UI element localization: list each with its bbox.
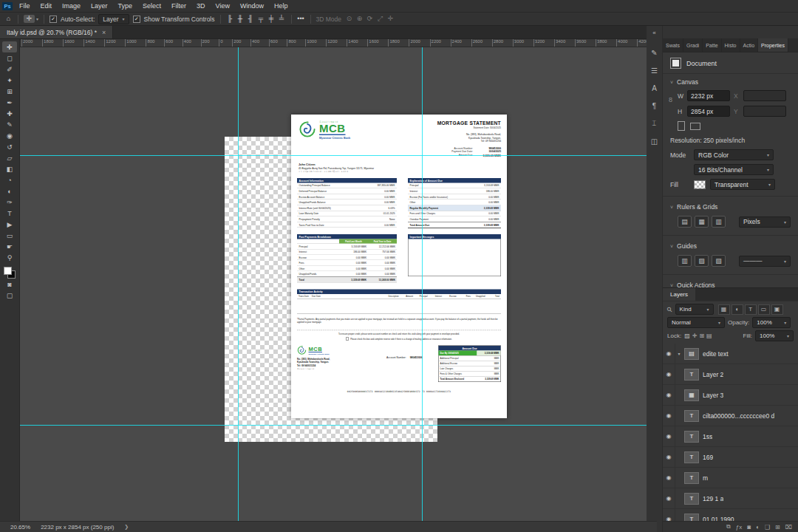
status-options-chevron-icon[interactable]: ❯ xyxy=(124,524,129,530)
layer-thumbnail[interactable]: ▦ xyxy=(684,389,699,401)
lock-icon[interactable]: ▤ xyxy=(706,332,712,339)
layer-filter-icon[interactable]: ◐ xyxy=(732,304,743,315)
snap-toggle-icon[interactable]: ▥ xyxy=(712,216,726,228)
auto-select-checkbox[interactable]: ✓ xyxy=(50,16,57,23)
more-options-icon[interactable]: ••• xyxy=(297,16,305,22)
foreground-color-swatch[interactable] xyxy=(4,267,12,275)
layers-footer-icon[interactable]: ⌧ xyxy=(785,524,792,531)
screen-mode-button[interactable]: ▢ xyxy=(2,290,17,301)
layer-thumbnail[interactable]: T xyxy=(684,472,699,484)
quick-actions-section-header[interactable]: ˅ Quick Actions xyxy=(663,277,798,287)
tool-history-brush-button[interactable]: ↺ xyxy=(2,141,17,152)
tab-swatches[interactable]: Swats xyxy=(663,38,683,52)
color-swatches[interactable] xyxy=(4,267,16,279)
layer-row[interactable]: ◉ T 01.01.1990 xyxy=(663,509,798,521)
tool-healing-brush-button[interactable]: ✚ xyxy=(2,108,17,119)
horizontal-ruler[interactable]: 2000180016001400120010008006004002000200… xyxy=(19,38,651,47)
guide-vertical[interactable] xyxy=(422,47,423,522)
visibility-eye-icon[interactable]: ◉ xyxy=(663,447,675,467)
layers-footer-icon[interactable]: ƒx xyxy=(736,524,742,531)
filter-kind-dropdown[interactable]: Kind ▾ xyxy=(675,304,714,315)
tool-type-button[interactable]: T xyxy=(2,208,17,219)
layer-filter-icon[interactable]: ▭ xyxy=(758,304,770,315)
menu-item[interactable]: Edit xyxy=(35,2,58,10)
lock-icon[interactable]: ▨ xyxy=(684,332,690,339)
guide-horizontal[interactable] xyxy=(19,425,647,426)
visibility-eye-icon[interactable]: ◉ xyxy=(663,385,675,405)
landscape-orientation-icon[interactable] xyxy=(690,123,700,130)
units-dropdown[interactable]: Pixels ▾ xyxy=(739,216,791,228)
menu-item[interactable]: Help xyxy=(269,2,293,10)
height-input[interactable]: 2854 px xyxy=(687,106,730,117)
align-icon[interactable]: ╪ xyxy=(267,16,276,22)
layer-thumbnail[interactable]: T xyxy=(684,514,699,522)
align-icon[interactable]: ╫ xyxy=(236,16,245,22)
align-icon[interactable]: ╧ xyxy=(278,16,286,22)
layer-row[interactable]: ◉ ▾ ▤ edite text xyxy=(663,344,798,364)
tab-gradients[interactable]: Gradi xyxy=(683,38,703,52)
tool-crop-button[interactable]: ⊞ xyxy=(2,86,17,97)
ruler-toggle-icon[interactable]: ▤ xyxy=(678,216,692,228)
menu-item[interactable]: File xyxy=(14,2,35,10)
tool-gradient-button[interactable]: ◧ xyxy=(2,163,17,174)
lock-guides-icon[interactable]: ▨ xyxy=(695,255,709,267)
visibility-eye-icon[interactable]: ◉ xyxy=(663,364,675,384)
tool-eyedropper-button[interactable]: ✒ xyxy=(2,97,17,108)
layer-row[interactable]: ◉ T 169 xyxy=(663,447,798,468)
link-dimensions-icon[interactable]: 8 xyxy=(669,96,672,103)
brush-settings-panel-icon[interactable]: ✎ xyxy=(648,44,661,61)
layer-row[interactable]: ◉ T cilta000000...ccccccee0 d xyxy=(663,406,798,426)
clear-guides-icon[interactable]: ▧ xyxy=(712,255,726,267)
collapse-panels-icon[interactable]: « xyxy=(652,30,655,36)
layer-thumbnail[interactable]: T xyxy=(684,493,699,505)
layer-thumbnail[interactable]: T xyxy=(684,451,699,463)
layer-row[interactable]: ◉ T 129 1 a xyxy=(663,488,798,509)
layers-footer-icon[interactable]: ◙ xyxy=(747,524,751,531)
align-icon[interactable]: ╢ xyxy=(247,16,255,22)
mortgage-statement-document[interactable]: မြန်မာနိုင်ငံသားများဘဏ် MCB Myanmar Citi… xyxy=(291,115,507,418)
tool-path-select-button[interactable]: ▶ xyxy=(2,219,17,230)
tool-blur-button[interactable]: ◔ xyxy=(2,174,17,185)
tool-magic-wand-button[interactable]: ✦ xyxy=(2,75,17,86)
show-transform-controls-checkbox[interactable]: ✓ xyxy=(133,16,140,23)
visibility-eye-icon[interactable]: ◉ xyxy=(663,468,675,488)
move-tool-icon[interactable]: ✛ xyxy=(24,15,35,23)
menu-item[interactable]: Select xyxy=(137,2,166,10)
grid-toggle-icon[interactable]: ▦ xyxy=(695,216,709,228)
tool-marquee-button[interactable]: ◻ xyxy=(2,52,17,64)
lock-icon[interactable]: ✛ xyxy=(692,332,698,339)
home-icon[interactable]: ⌂ xyxy=(4,16,13,22)
align-icon[interactable]: ╤ xyxy=(257,16,265,22)
quick-mask-button[interactable]: ◙ xyxy=(2,279,17,290)
layer-thumbnail[interactable]: T xyxy=(684,369,699,381)
width-input[interactable]: 2232 px xyxy=(687,90,730,101)
tab-close-icon[interactable]: × xyxy=(102,29,106,36)
visibility-eye-icon[interactable]: ◉ xyxy=(663,509,675,521)
layer-thumbnail[interactable]: ▤ xyxy=(684,348,699,360)
guide-horizontal[interactable] xyxy=(19,155,647,156)
tool-clone-stamp-button[interactable]: ◉ xyxy=(2,130,17,141)
tab-actions[interactable]: Actio xyxy=(740,38,759,52)
document-tab[interactable]: Italy id.psd @ 20.7% (RGB/16) * × xyxy=(0,26,113,38)
layer-row[interactable]: ◉ T m xyxy=(663,468,798,488)
color-mode-dropdown[interactable]: RGB Color ▾ xyxy=(694,149,774,160)
lock-icon[interactable]: ⊞ xyxy=(699,332,704,339)
layers-footer-icon[interactable]: ⊞ xyxy=(775,524,780,531)
paragraph-panel-icon[interactable]: ¶ xyxy=(648,97,661,115)
menu-item[interactable]: Filter xyxy=(166,2,191,10)
glyphs-panel-icon[interactable]: ⌶ xyxy=(648,115,661,132)
guides-toggle-icon[interactable]: ▥ xyxy=(678,255,692,267)
character-panel-icon[interactable]: A xyxy=(648,79,661,97)
libraries-panel-icon[interactable]: ◫ xyxy=(648,132,661,150)
visibility-eye-icon[interactable]: ◉ xyxy=(663,426,675,446)
canvas[interactable]: မြန်မာနိုင်ငံသားများဘဏ် MCB Myanmar Citi… xyxy=(19,47,647,522)
auto-select-target-dropdown[interactable]: Layer ▾ xyxy=(98,14,129,24)
tool-pen-button[interactable]: ✑ xyxy=(2,197,17,208)
menu-item[interactable]: 3D xyxy=(191,2,211,10)
portrait-orientation-icon[interactable] xyxy=(678,121,685,131)
fill-dropdown[interactable]: Transparent ▾ xyxy=(710,179,775,190)
menu-item[interactable]: Layer xyxy=(86,2,113,10)
tool-hand-button[interactable]: ☛ xyxy=(2,241,17,252)
rulers-grids-section-header[interactable]: ˅ Rulers & Grids xyxy=(663,199,798,214)
layers-footer-icon[interactable]: ◐ xyxy=(756,524,760,531)
